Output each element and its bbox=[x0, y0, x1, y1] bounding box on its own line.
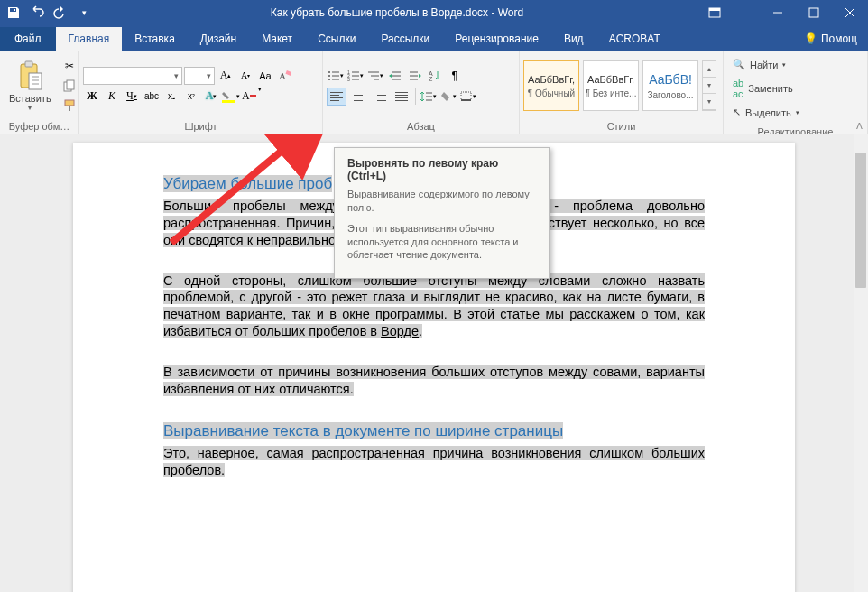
ribbon-display-icon[interactable] bbox=[697, 0, 733, 25]
change-case-icon[interactable]: Aa bbox=[256, 67, 274, 85]
lightbulb-icon: 💡 bbox=[804, 32, 817, 45]
close-icon[interactable] bbox=[832, 0, 868, 25]
tab-file[interactable]: Файл bbox=[0, 27, 56, 51]
find-icon: 🔍 bbox=[733, 59, 745, 70]
strike-icon[interactable]: abc bbox=[143, 88, 161, 106]
svg-rect-14 bbox=[65, 100, 74, 106]
svg-rect-3 bbox=[809, 8, 818, 17]
select-button[interactable]: ↖Выделить▾ bbox=[733, 104, 799, 121]
replace-button[interactable]: abacЗаменить bbox=[733, 75, 793, 102]
vertical-scrollbar[interactable] bbox=[854, 134, 868, 592]
style-no-spacing[interactable]: АаБбВвГг, ¶ Без инте... bbox=[583, 60, 639, 111]
tab-references[interactable]: Ссылки bbox=[305, 27, 368, 51]
paragraph-2: С одной стороны, слишком большие отступы… bbox=[163, 273, 705, 340]
line-spacing-icon[interactable]: ▾ bbox=[420, 88, 438, 106]
tab-design[interactable]: Дизайн bbox=[188, 27, 249, 51]
quick-access-toolbar: ▾ bbox=[0, 5, 97, 21]
undo-icon[interactable] bbox=[29, 5, 45, 21]
svg-point-23 bbox=[328, 79, 330, 80]
title-bar: ▾ Как убрать большие пробелы в Ворде.doc… bbox=[0, 0, 868, 25]
svg-text:Z: Z bbox=[429, 76, 433, 81]
tooltip-text-2: Этот тип выравнивания обычно используетс… bbox=[347, 222, 537, 263]
text-effects-icon[interactable]: A▾ bbox=[202, 88, 220, 106]
tab-view[interactable]: Вид bbox=[551, 27, 596, 51]
highlight-icon[interactable]: ▾ bbox=[222, 88, 240, 106]
save-icon[interactable] bbox=[5, 5, 22, 21]
document-canvas: Убираем большие проб Большие пробелы меж… bbox=[0, 134, 868, 592]
style-name: ¶ Без инте... bbox=[586, 88, 637, 98]
grow-font-icon[interactable]: A▴ bbox=[217, 67, 235, 85]
multilevel-icon[interactable]: ▾ bbox=[366, 67, 384, 85]
group-clipboard: Вставить ▾ ✂ Буфер обм… bbox=[0, 51, 79, 134]
underline-icon[interactable]: Ч ▾ bbox=[123, 88, 141, 106]
replace-label: Заменить bbox=[748, 83, 792, 94]
paragraph-group-label: Абзац bbox=[327, 119, 515, 134]
increase-indent-icon[interactable] bbox=[406, 67, 424, 85]
style-heading1[interactable]: АаБбВ! Заголово... bbox=[642, 60, 698, 111]
find-button[interactable]: 🔍Найти▾ bbox=[733, 56, 786, 73]
sort-icon[interactable]: AZ bbox=[426, 67, 444, 85]
svg-point-19 bbox=[328, 71, 330, 73]
decrease-indent-icon[interactable] bbox=[386, 67, 404, 85]
svg-rect-46 bbox=[461, 92, 471, 100]
superscript-icon[interactable]: x² bbox=[182, 88, 200, 106]
tab-acrobat[interactable]: ACROBAT bbox=[596, 27, 673, 51]
window-controls bbox=[697, 0, 868, 25]
shrink-font-icon[interactable]: A▾ bbox=[236, 67, 254, 85]
font-name-combo[interactable] bbox=[83, 67, 182, 85]
group-paragraph: ▾ 123▾ ▾ AZ ¶ ▾ ▾ ▾ bbox=[323, 51, 520, 134]
tab-mailings[interactable]: Рассылки bbox=[368, 27, 442, 51]
font-size-combo[interactable] bbox=[184, 67, 215, 85]
copy-icon[interactable] bbox=[60, 77, 78, 95]
align-left-button[interactable] bbox=[327, 88, 346, 106]
styles-expand-icon[interactable]: ▾ bbox=[703, 94, 716, 110]
svg-rect-8 bbox=[29, 73, 42, 89]
redo-icon[interactable] bbox=[52, 5, 69, 21]
svg-point-21 bbox=[328, 75, 330, 77]
style-preview: АаБбВвГг, bbox=[528, 74, 575, 85]
tooltip-title: Выровнять по левому краю (Ctrl+L) bbox=[347, 157, 537, 182]
tell-me[interactable]: 💡 Помощ bbox=[793, 27, 868, 51]
maximize-icon[interactable] bbox=[796, 0, 832, 25]
find-label: Найти bbox=[750, 60, 778, 70]
tab-home[interactable]: Главная bbox=[56, 27, 123, 51]
scroll-down-icon[interactable]: ▾ bbox=[703, 78, 716, 94]
format-painter-icon[interactable] bbox=[60, 97, 78, 115]
paste-button[interactable]: Вставить ▾ bbox=[4, 57, 57, 116]
numbering-icon[interactable]: 123▾ bbox=[346, 67, 365, 85]
svg-rect-18 bbox=[222, 100, 235, 103]
paragraph-3: В зависимости от причины возникновения б… bbox=[163, 364, 705, 398]
tab-layout[interactable]: Макет bbox=[249, 27, 305, 51]
bullets-icon[interactable]: ▾ bbox=[327, 67, 345, 85]
show-marks-icon[interactable]: ¶ bbox=[446, 67, 464, 85]
ribbon: Вставить ▾ ✂ Буфер обм… A▴ A▾ Aa A bbox=[0, 51, 868, 134]
align-justify-button[interactable] bbox=[392, 88, 411, 106]
style-normal[interactable]: АаБбВвГг, ¶ Обычный bbox=[523, 60, 579, 111]
group-styles: АаБбВвГг, ¶ Обычный АаБбВвГг, ¶ Без инте… bbox=[520, 51, 724, 134]
svg-rect-13 bbox=[67, 80, 74, 89]
tab-insert[interactable]: Вставка bbox=[122, 27, 188, 51]
scrollbar-thumb[interactable] bbox=[855, 153, 866, 288]
paragraph-4: Это, наверное, самая распространенная пр… bbox=[163, 445, 705, 479]
align-right-button[interactable] bbox=[370, 88, 390, 106]
bold-icon[interactable]: Ж bbox=[83, 88, 101, 106]
cut-icon[interactable]: ✂ bbox=[60, 57, 78, 75]
align-center-button[interactable] bbox=[348, 88, 368, 106]
italic-icon[interactable]: К bbox=[103, 88, 121, 106]
tooltip-text-1: Выравнивание содержимого по левому полю. bbox=[347, 188, 537, 215]
borders-icon[interactable]: ▾ bbox=[459, 88, 477, 106]
tab-review[interactable]: Рецензирование bbox=[442, 27, 551, 51]
qat-dropdown-icon[interactable]: ▾ bbox=[76, 5, 92, 21]
scroll-up-icon[interactable]: ▴ bbox=[703, 61, 716, 78]
clear-formatting-icon[interactable]: A bbox=[276, 67, 294, 85]
minimize-icon[interactable] bbox=[760, 0, 796, 25]
font-color-icon[interactable]: A▾ bbox=[242, 88, 260, 106]
subscript-icon[interactable]: x₂ bbox=[162, 88, 180, 106]
svg-rect-1 bbox=[709, 8, 720, 11]
collapse-ribbon-icon[interactable]: ᐱ bbox=[856, 121, 863, 131]
shading-icon[interactable]: ▾ bbox=[439, 88, 457, 106]
align-left-tooltip: Выровнять по левому краю (Ctrl+L) Выравн… bbox=[334, 147, 550, 279]
svg-rect-17 bbox=[285, 70, 291, 76]
styles-scroll: ▴ ▾ ▾ bbox=[702, 60, 716, 111]
font-group-label: Шрифт bbox=[83, 119, 319, 134]
